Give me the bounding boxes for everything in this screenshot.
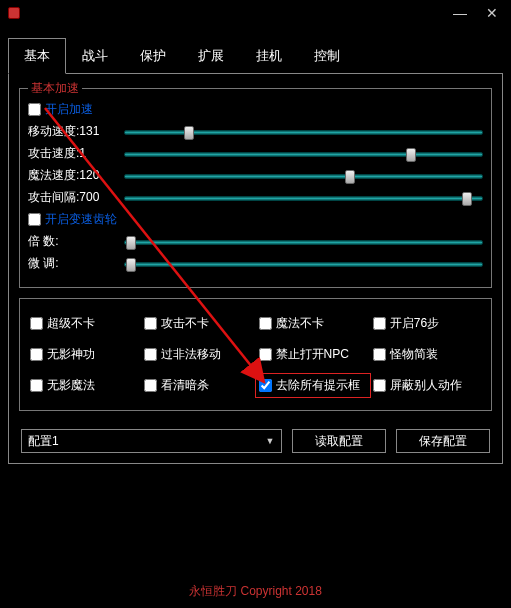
slider-label: 魔法速度:120 [28, 167, 118, 184]
slider-track[interactable] [124, 191, 483, 205]
content: 基本加速 开启加速 移动速度:131 攻击速度:1 魔法速度:120 攻击间隔:… [8, 73, 503, 464]
slider-thumb[interactable] [406, 148, 416, 162]
checkbox-label: 开启加速 [45, 101, 93, 118]
slider-attack-speed: 攻击速度:1 [28, 145, 483, 162]
slider-thumb[interactable] [462, 192, 472, 206]
opt-pass-illegal-move[interactable]: 过非法移动 [144, 346, 252, 363]
group-options: 超级不卡 攻击不卡 魔法不卡 开启76步 无影神功 过非法移动 禁止打开NPC … [19, 298, 492, 411]
config-select[interactable]: 配置1 ▼ [21, 429, 282, 453]
slider-track[interactable] [124, 147, 483, 161]
close-button[interactable]: ✕ [477, 3, 507, 23]
group-title: 基本加速 [28, 80, 82, 97]
footer: 永恒胜刀 Copyright 2018 [0, 583, 511, 600]
opt-magic-no-stuck[interactable]: 魔法不卡 [259, 315, 367, 332]
opt-block-others-action[interactable]: 屏蔽别人动作 [373, 377, 481, 394]
load-config-button[interactable]: 读取配置 [292, 429, 386, 453]
slider-thumb[interactable] [126, 236, 136, 250]
opt-super-no-stuck[interactable]: 超级不卡 [30, 315, 138, 332]
slider-track[interactable] [124, 125, 483, 139]
tab-protect[interactable]: 保护 [124, 38, 182, 74]
slider-multiplier: 倍 数: [28, 233, 483, 250]
opt-attack-no-stuck[interactable]: 攻击不卡 [144, 315, 252, 332]
tab-extend[interactable]: 扩展 [182, 38, 240, 74]
tab-control[interactable]: 控制 [298, 38, 356, 74]
opt-block-npc[interactable]: 禁止打开NPC [259, 346, 367, 363]
slider-label: 倍 数: [28, 233, 118, 250]
group-basic-speed: 基本加速 开启加速 移动速度:131 攻击速度:1 魔法速度:120 攻击间隔:… [19, 88, 492, 288]
tab-basic[interactable]: 基本 [8, 38, 66, 74]
slider-label: 移动速度:131 [28, 123, 118, 140]
checkbox-label: 开启变速齿轮 [45, 211, 117, 228]
titlebar: — ✕ [0, 0, 511, 26]
window-controls: — ✕ [445, 3, 507, 23]
save-config-button[interactable]: 保存配置 [396, 429, 490, 453]
opt-shadowless-magic[interactable]: 无影魔法 [30, 377, 138, 394]
checkbox-input[interactable] [28, 103, 41, 116]
slider-thumb[interactable] [184, 126, 194, 140]
tabs: 基本 战斗 保护 扩展 挂机 控制 [0, 26, 511, 74]
opt-enable-76step[interactable]: 开启76步 [373, 315, 481, 332]
tab-hang[interactable]: 挂机 [240, 38, 298, 74]
slider-track[interactable] [124, 235, 483, 249]
sliders-speed: 移动速度:131 攻击速度:1 魔法速度:120 攻击间隔:700 [28, 123, 483, 206]
slider-finetune: 微 调: [28, 255, 483, 272]
opt-simple-monster[interactable]: 怪物简装 [373, 346, 481, 363]
slider-track[interactable] [124, 257, 483, 271]
app-icon [8, 7, 20, 19]
checkbox-input[interactable] [28, 213, 41, 226]
opt-shadowless-skill[interactable]: 无影神功 [30, 346, 138, 363]
option-grid: 超级不卡 攻击不卡 魔法不卡 开启76步 无影神功 过非法移动 禁止打开NPC … [24, 305, 487, 404]
config-select-value: 配置1 [28, 433, 59, 450]
checkbox-enable-accel[interactable]: 开启加速 [28, 101, 483, 118]
slider-magic-speed: 魔法速度:120 [28, 167, 483, 184]
tab-combat[interactable]: 战斗 [66, 38, 124, 74]
chevron-down-icon: ▼ [263, 434, 277, 448]
opt-see-assassinate[interactable]: 看清暗杀 [144, 377, 252, 394]
bottom-row: 配置1 ▼ 读取配置 保存配置 [17, 421, 494, 455]
slider-move-speed: 移动速度:131 [28, 123, 483, 140]
slider-label: 攻击间隔:700 [28, 189, 118, 206]
minimize-button[interactable]: — [445, 3, 475, 23]
slider-track[interactable] [124, 169, 483, 183]
slider-label: 微 调: [28, 255, 118, 272]
slider-thumb[interactable] [126, 258, 136, 272]
opt-remove-all-notices[interactable]: 去除所有提示框 [259, 377, 367, 394]
slider-label: 攻击速度:1 [28, 145, 118, 162]
slider-attack-interval: 攻击间隔:700 [28, 189, 483, 206]
slider-thumb[interactable] [345, 170, 355, 184]
checkbox-enable-gear[interactable]: 开启变速齿轮 [28, 211, 483, 228]
